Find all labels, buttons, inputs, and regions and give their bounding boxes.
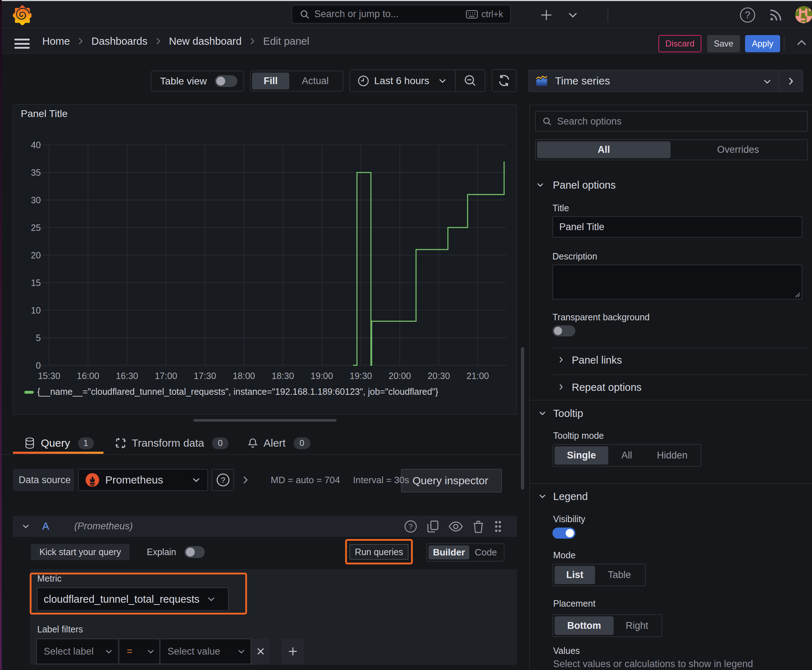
svg-text:25: 25: [31, 223, 41, 233]
svg-text:19:30: 19:30: [350, 371, 372, 381]
svg-text:16:30: 16:30: [116, 371, 138, 381]
svg-text:17:30: 17:30: [194, 371, 216, 381]
svg-text:18:00: 18:00: [233, 371, 255, 381]
svg-text:{__name__="cloudflared_tunnel_: {__name__="cloudflared_tunnel_total_requ…: [37, 387, 438, 397]
svg-text:10: 10: [31, 305, 41, 315]
svg-text:?: ?: [220, 475, 225, 485]
svg-text:?: ?: [409, 522, 412, 530]
svg-text:5: 5: [36, 333, 41, 343]
svg-text:15: 15: [31, 278, 41, 288]
svg-text:15:30: 15:30: [38, 371, 61, 381]
svg-text:17:00: 17:00: [155, 371, 177, 381]
svg-text:?: ?: [745, 9, 751, 20]
svg-text:30: 30: [31, 195, 41, 205]
svg-text:19:00: 19:00: [311, 371, 333, 381]
svg-text:35: 35: [31, 168, 41, 178]
svg-text:20: 20: [31, 250, 41, 260]
svg-text:40: 40: [31, 140, 41, 150]
svg-text:16:00: 16:00: [77, 371, 100, 381]
svg-text:21:00: 21:00: [466, 371, 489, 381]
svg-text:20:00: 20:00: [388, 371, 411, 381]
svg-text:20:30: 20:30: [427, 371, 450, 381]
svg-text:18:30: 18:30: [272, 371, 294, 381]
svg-text:0: 0: [36, 360, 41, 371]
